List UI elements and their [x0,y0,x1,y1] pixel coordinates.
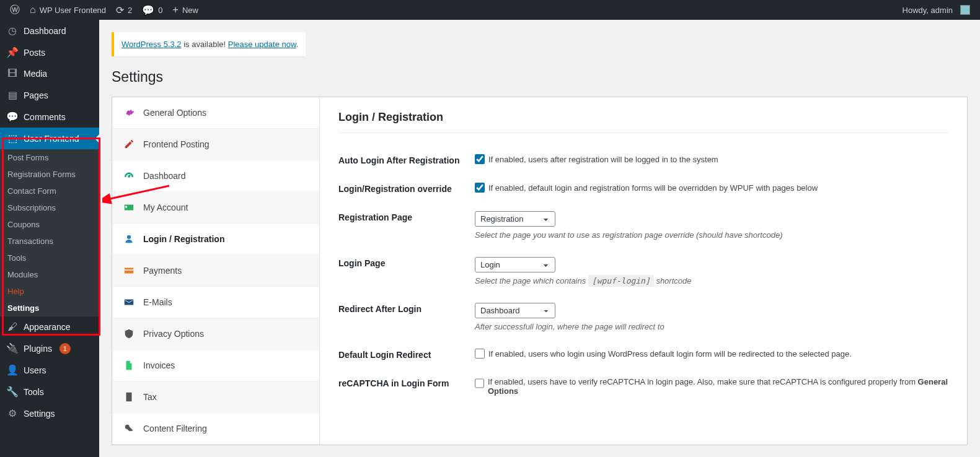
toolbar-comments[interactable]: 💬0 [137,0,167,20]
user-icon [123,233,135,245]
sidebar-item-media[interactable]: 🎞Media [0,63,99,84]
submenu-item-transactions[interactable]: Transactions [0,233,99,250]
page-title: Settings [112,69,968,85]
tab-login-registration[interactable]: Login / Registration [112,224,319,255]
plus-icon: + [173,4,179,15]
toolbar-account[interactable]: Howdy, admin [898,0,975,20]
submenu-item-tools[interactable]: Tools [0,250,99,266]
posts-icon: 📌 [6,46,19,58]
dashboard-icon: ◷ [6,25,19,37]
tools-icon: 🔧 [6,386,19,398]
toolbar-site-link[interactable]: ⌂WP User Frontend [25,0,111,20]
sidebar-item-comments[interactable]: 💬Comments [0,106,99,128]
submenu-item-settings[interactable]: Settings [0,300,99,316]
pages-icon: ▤ [6,89,19,101]
field-reg-page: Registration Page Registration Select th… [338,202,948,248]
mail-icon [123,297,135,308]
key-icon [123,423,135,434]
admin-toolbar: ⓦ ⌂WP User Frontend ⟳2 💬0 +New Howdy, ad… [0,0,980,20]
submenu-item-modules[interactable]: Modules [0,266,99,283]
sidebar-item-posts[interactable]: 📌Posts [0,41,99,63]
sidebar-item-tools[interactable]: 🔧Tools [0,381,99,403]
tab-e-mails[interactable]: E-Mails [112,287,319,318]
auto-login-checkbox[interactable] [475,154,485,164]
reg-page-select[interactable]: Registration [475,211,555,227]
site-name: WP User Frontend [40,6,106,15]
sidebar-item-users[interactable]: 👤Users [0,359,99,381]
update-notice: WordPress 5.3.2 is available! Please upd… [112,32,306,56]
tab-tax[interactable]: Tax [112,381,319,413]
recaptcha-checkbox[interactable] [475,378,484,388]
sidebar-item-user-frontend[interactable]: ⬚User Frontend [0,128,99,149]
field-redirect: Redirect After Login Dashboard After suc… [338,294,948,340]
field-auto-login: Auto Login After Registration If enabled… [338,146,948,174]
update-badge: 1 [60,343,71,354]
home-icon: ⌂ [30,4,36,15]
sidebar-item-pages[interactable]: ▤Pages [0,84,99,106]
id-icon [123,202,135,213]
plugins-icon: 🔌 [6,342,19,354]
media-icon: 🎞 [6,68,19,79]
tab-frontend-posting[interactable]: Frontend Posting [112,129,319,160]
admin-sidebar: ◷Dashboard📌Posts🎞Media▤Pages💬Comments⬚Us… [0,20,99,457]
toolbar-updates[interactable]: ⟳2 [111,0,137,20]
content-heading: Login / Registration [338,111,948,133]
field-login-page: Login Page Login Select the page which c… [338,248,948,294]
avatar [960,5,970,15]
default-redirect-checkbox[interactable] [475,349,485,359]
submenu-item-help[interactable]: Help [0,283,99,300]
redirect-select[interactable]: Dashboard [475,303,555,318]
tab-payments[interactable]: Payments [112,255,319,287]
override-checkbox[interactable] [475,183,485,193]
settings-panel: General OptionsFrontend PostingDashboard… [112,97,968,445]
refresh-icon: ⟳ [116,4,124,16]
doc-icon [123,360,135,371]
login-page-select[interactable]: Login [475,257,555,272]
submenu-item-contact-form[interactable]: Contact Form [0,183,99,199]
sidebar-item-dashboard[interactable]: ◷Dashboard [0,20,99,41]
card-icon [123,265,135,276]
tab-dashboard[interactable]: Dashboard [112,160,319,192]
doc2-icon [123,391,135,403]
comment-icon: 💬 [142,4,154,16]
main-content: WordPress 5.3.2 is available! Please upd… [99,20,980,457]
update-now-link[interactable]: Please update now [228,40,296,49]
pencil-icon [123,139,135,150]
submenu-item-coupons[interactable]: Coupons [0,216,99,233]
sidebar-item-appearance[interactable]: 🖌Appearance [0,316,99,337]
tab-content-filtering[interactable]: Content Filtering [112,413,319,445]
field-override: Login/Registration override If enabled, … [338,174,948,202]
gear-icon [123,107,135,118]
submenu-item-post-forms[interactable]: Post Forms [0,149,99,166]
submenu-item-subscriptions[interactable]: Subscriptions [0,199,99,216]
settings-icon: ⚙ [6,407,19,419]
submenu-item-registration-forms[interactable]: Registration Forms [0,166,99,183]
toolbar-wp-logo[interactable]: ⓦ [5,0,25,20]
sidebar-item-plugins[interactable]: 🔌Plugins1 [0,337,99,359]
tab-privacy-options[interactable]: Privacy Options [112,318,319,350]
comments-icon: 💬 [6,111,19,123]
field-recaptcha: reCAPTCHA in Login Form If enabled, user… [338,368,948,404]
appearance-icon: 🖌 [6,321,19,333]
update-version-link[interactable]: WordPress 5.3.2 [121,40,182,49]
tab-general-options[interactable]: General Options [112,97,319,129]
wordpress-icon: ⓦ [10,4,20,17]
tab-my-account[interactable]: My Account [112,192,319,224]
toolbar-new[interactable]: +New [168,0,203,20]
users-icon: 👤 [6,364,19,376]
gauge-icon [123,170,135,181]
sidebar-item-settings[interactable]: ⚙Settings [0,403,99,424]
settings-tabs: General OptionsFrontend PostingDashboard… [112,97,320,445]
field-default-redirect: Default Login Redirect If enabled, users… [338,340,948,368]
user-frontend-icon: ⬚ [6,133,19,144]
tab-invoices[interactable]: Invoices [112,350,319,381]
shield-icon [123,328,135,339]
settings-content: Login / Registration Auto Login After Re… [320,97,967,445]
